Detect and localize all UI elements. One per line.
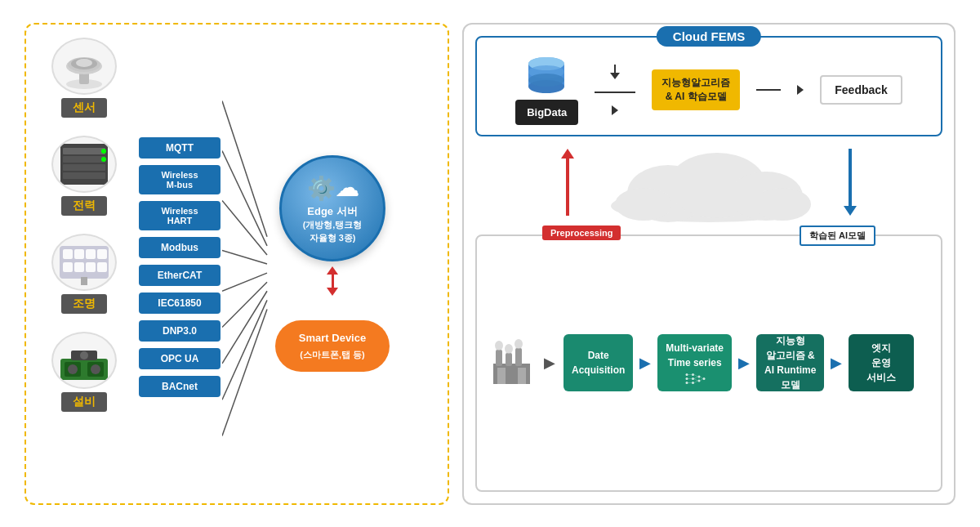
svg-rect-20 [86,262,96,272]
svg-rect-56 [515,348,522,366]
svg-rect-7 [63,148,105,154]
arrow4: ▶ [831,354,842,372]
equip-label: 설비 [61,392,107,412]
protocol-ethercat: EtherCAT [139,265,220,286]
svg-point-26 [68,364,78,374]
svg-point-67 [697,380,700,382]
equip-svg [56,336,112,385]
cloud-fems-box: Cloud FEMS BigData [475,36,942,136]
svg-rect-22 [81,277,87,285]
arrow3: ▶ [738,354,750,372]
svg-point-65 [692,382,694,384]
svg-point-64 [692,377,694,380]
device-power: 전력 [51,136,117,216]
svg-line-33 [222,250,267,264]
svg-rect-16 [86,249,96,259]
svg-rect-55 [506,353,512,366]
svg-line-37 [222,300,267,400]
ai-to-feedback-arrow [756,89,781,91]
arrow1: ▶ [544,354,555,372]
edge-service-label: 엣지운영서비스 [866,341,896,385]
data-acquisition-label: DateAcquisition [572,348,625,377]
svg-line-74 [694,379,698,382]
bottom-row: Preprocessing 학습된 AI모델 ▶ [475,234,942,492]
protocols-column: MQTT Wireless M-bus Wireless HART Modbus… [139,44,220,490]
protocol-bacnet: BACnet [139,376,220,397]
edge-icon: ⚙️☁ [307,172,359,204]
cloud-fems-content: BigData 지능형알고리즘 & A [490,47,928,125]
power-label: 전력 [61,196,107,216]
bigdata-label: BigData [515,100,578,125]
svg-rect-52 [497,368,506,384]
svg-point-62 [685,382,688,384]
device-sensor: 센서 [51,38,117,118]
database-icon [524,56,569,96]
box-edge-service: 엣지운영서비스 [849,334,914,391]
box-multivariate: Multi-variateTime series [657,334,732,391]
factory-icon [487,335,536,391]
svg-rect-19 [74,262,84,272]
protocol-wireless-mbus: Wireless M-bus [139,165,220,194]
device-light: 조명 [51,234,117,314]
svg-point-44 [528,74,564,87]
bigdata-area: BigData [515,56,578,125]
svg-point-49 [615,188,672,221]
svg-point-5 [76,59,92,67]
blue-down-arrow [844,149,857,216]
cloud-shape [603,149,815,222]
svg-line-30 [222,100,267,236]
connector-lines [222,38,271,490]
protocol-wireless-hart: Wireless HART [139,201,220,230]
feedback-box: Feedback [820,75,902,105]
light-icon [51,234,117,291]
light-svg [56,238,112,287]
svg-line-31 [222,150,267,245]
svg-point-61 [685,377,688,380]
box-data-acquisition: DateAcquisition [564,334,633,391]
sensor-label: 센서 [61,98,107,118]
sensor-icon [51,38,117,95]
device-equip: 설비 [51,332,117,412]
arrow-head-right [797,85,804,95]
svg-line-75 [694,381,698,383]
svg-point-68 [702,377,705,380]
light-label: 조명 [61,294,107,314]
protocol-iec61850: IEC61850 [139,293,220,314]
neural-net-icon [675,373,715,385]
preprocessing-label: Preprocessing [542,226,621,240]
multivariate-label: Multi-variateTime series [666,341,724,370]
protocol-modbus: Modbus [139,237,220,258]
arrow2: ▶ [639,354,651,372]
edge-area: ⚙️☁ Edge 서버 (개방형,탱크형 자율형 3종) Smart Devic… [230,38,434,490]
bigdata-to-ai-arrow [595,65,635,115]
svg-line-73 [694,377,698,379]
ai-runtime-label: 지능형알고리즘 &AI Runtime모델 [764,333,816,392]
protocol-mqtt: MQTT [139,137,220,159]
svg-point-50 [754,188,811,221]
svg-point-66 [697,376,700,378]
svg-rect-17 [97,249,107,259]
left-panel: 센서 전력 [24,23,449,505]
svg-line-72 [694,375,698,377]
svg-point-59 [514,339,523,349]
edge-server-circle: ⚙️☁ Edge 서버 (개방형,탱크형 자율형 3종) [279,155,385,261]
factory-svg [489,335,534,388]
svg-point-29 [80,351,88,360]
smart-device-label1: Smart Device [299,332,366,344]
ai-box-label: 지능형알고리즘 [662,76,730,90]
svg-rect-21 [97,262,107,272]
right-panel: Cloud FEMS BigData [462,23,956,505]
svg-point-60 [685,373,688,376]
svg-point-63 [692,373,694,376]
red-up-arrow [561,149,574,216]
power-icon [51,136,117,193]
ai-box-label2: & AI 학습모델 [662,90,730,104]
svg-point-12 [101,157,106,162]
svg-rect-54 [496,350,502,366]
svg-point-57 [495,341,503,351]
svg-rect-9 [63,164,105,171]
power-svg [56,140,112,189]
protocol-dnp30: DNP3.0 [139,320,220,342]
ai-learned-label: 학습된 AI모델 [800,226,875,246]
svg-rect-18 [63,262,73,272]
